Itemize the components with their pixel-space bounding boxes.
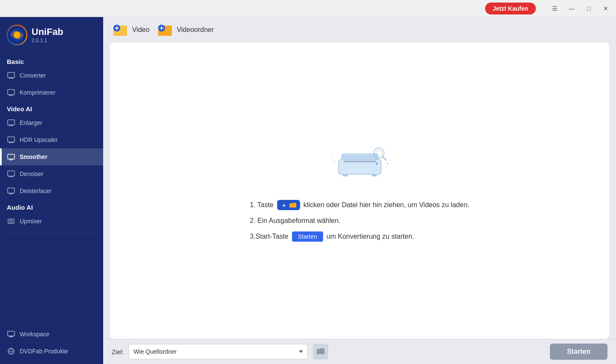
hdr-upscaler-icon [7,136,15,144]
toolbar: Video Videoordner [103,17,616,43]
dest-select[interactable]: Wie Quellordner [129,344,308,359]
folder-browse-button[interactable] [313,344,328,359]
maximize-button[interactable]: □ [582,3,596,14]
drop-area[interactable]: 1. Taste klicken oder Datei hier hin zie… [110,43,609,339]
sidebar-item-deinterlacer[interactable]: Deinterlacer [0,182,103,199]
sidebar-divider [7,233,96,234]
sidebar: UniFab 2.0.1.1 Basic Converter Ko [0,17,103,364]
svg-rect-20 [8,331,14,336]
hdr-upscaler-label: HDR Upscaler [20,136,58,143]
step1-suffix: klicken oder Datei hier hin ziehen, um V… [304,201,469,209]
sidebar-item-converter[interactable]: Converter [0,67,103,84]
svg-rect-6 [8,120,14,125]
svg-point-37 [376,162,378,165]
svg-rect-15 [8,188,14,193]
mini-add-btn[interactable] [277,200,300,210]
sidebar-bottom: Workspace DVDFab Produkte [0,326,103,360]
step1-prefix: 1. Taste [250,201,274,209]
menu-button[interactable]: ☰ [548,3,561,14]
start-button[interactable]: Starten [550,344,607,360]
svg-rect-5 [9,95,13,96]
svg-rect-4 [8,90,14,95]
svg-rect-3 [9,78,13,79]
smoother-icon [7,153,15,161]
svg-rect-36 [372,174,377,176]
section-videoai: Video AI [0,103,103,114]
logo-icon [7,25,27,45]
logo-area: UniFab 2.0.1.1 [0,17,103,54]
dest-label: Ziel: [112,348,124,355]
enlarger-label: Enlarger [20,119,42,126]
svg-rect-8 [8,137,14,142]
svg-point-40 [376,150,382,156]
maximize-icon: □ [587,5,590,12]
section-audioai: Audio AI [0,201,103,213]
svg-rect-35 [343,174,348,176]
svg-rect-2 [8,72,14,78]
section-basic: Basic [0,55,103,67]
converter-icon [7,71,15,80]
workspace-icon [7,330,15,338]
add-video-button[interactable]: Video [112,22,150,38]
svg-point-1 [14,32,20,38]
instruction-step2: 2. Ein Ausgabeformat wählen. [250,217,469,225]
converter-label: Converter [20,72,46,79]
bottom-bar: Ziel: Wie Quellordner Starten [103,339,616,364]
svg-point-44 [387,163,388,165]
close-icon: ✕ [603,5,608,12]
empty-illustration [326,140,394,183]
deinterlacer-icon [7,187,15,195]
sidebar-item-enlarger[interactable]: Enlarger [0,114,103,131]
buy-button[interactable]: Jetzt Kaufen [485,3,536,14]
minimize-button[interactable]: — [565,3,578,14]
smoother-label: Smoother [20,153,47,160]
step2-text: 2. Ein Ausgabeformat wählen. [250,217,341,225]
instructions: 1. Taste klicken oder Datei hier hin zie… [250,200,469,242]
svg-rect-21 [9,336,13,337]
step3-suffix: um Konvertierung zu starten. [327,233,414,240]
app-body: UniFab 2.0.1.1 Basic Converter Ko [0,17,616,364]
svg-point-45 [389,159,390,161]
add-video-label: Video [132,26,150,34]
main-content: Video Videoordner [103,17,616,364]
add-folder-icon [156,22,174,38]
svg-rect-16 [9,194,13,194]
svg-rect-11 [9,160,13,161]
app-name: UniFab [32,26,64,38]
upmixer-icon [7,217,15,225]
svg-rect-13 [8,171,14,176]
start-badge: Starten [292,231,323,242]
svg-rect-33 [342,154,378,160]
titlebar: Jetzt Kaufen ☰ — □ ✕ [0,0,616,17]
upmixer-label: Upmixer [20,218,42,225]
sidebar-item-smoother[interactable]: Smoother [0,148,103,165]
denoiser-label: Denoiser [20,170,43,177]
sidebar-item-denoiser[interactable]: Denoiser [0,165,103,182]
app-version: 2.0.1.1 [32,38,64,43]
workspace-label: Workspace [20,331,49,338]
svg-point-19 [11,221,12,222]
komprimierer-icon [7,88,15,97]
svg-point-42 [333,161,335,162]
enlarger-icon [7,118,15,127]
add-folder-button[interactable]: Videoordner [156,22,214,38]
sidebar-item-dvdfab[interactable]: DVDFab Produkte [0,343,103,360]
svg-point-43 [331,157,333,159]
dvdfab-icon [7,347,15,355]
sidebar-item-workspace[interactable]: Workspace [0,326,103,343]
sidebar-item-komprimierer[interactable]: Komprimierer [0,84,103,101]
sidebar-item-upmixer[interactable]: Upmixer [0,213,103,230]
deinterlacer-label: Deinterlacer [20,188,52,194]
instruction-step1: 1. Taste klicken oder Datei hier hin zie… [250,200,469,210]
sidebar-item-hdr-upscaler[interactable]: HDR Upscaler [0,131,103,148]
denoiser-icon [7,170,15,178]
add-video-icon [112,22,129,38]
add-folder-label: Videoordner [177,26,214,34]
svg-rect-14 [9,176,13,177]
svg-line-41 [383,157,386,160]
menu-icon: ☰ [552,5,558,12]
svg-rect-9 [9,142,13,143]
svg-rect-34 [344,161,376,162]
svg-rect-10 [8,154,14,159]
close-button[interactable]: ✕ [599,3,613,14]
